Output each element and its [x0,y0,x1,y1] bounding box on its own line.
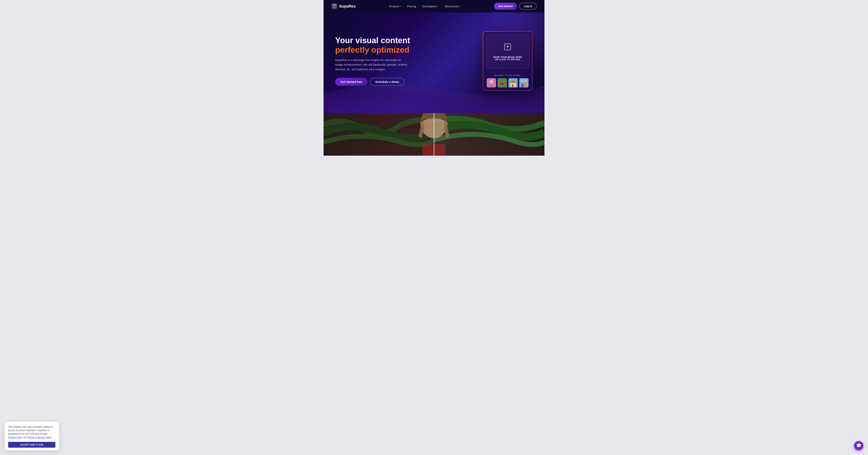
chevron-down-icon: ▾ [400,5,401,7]
nav-link-resources[interactable]: Resources ▾ [445,5,461,8]
svg-rect-10 [502,81,502,82]
accept-cookies-button[interactable]: ACCEPT AND CLOSE [8,442,55,448]
chevron-down-icon: ▾ [460,5,461,7]
svg-point-16 [521,80,523,82]
hero-section: Your visual content perfectly optimized … [323,12,545,113]
comparison-image [323,113,545,156]
nav-item-resources[interactable]: Resources ▾ [445,5,461,8]
upload-samples-label: No image? Try one of these: [486,74,529,76]
chat-button[interactable]: 💬 [854,441,863,450]
hero-schedule-demo-button[interactable]: Schedule a demo [370,78,405,86]
navbar: SupaRes Product ▾ Pricing Developers ▾ [323,0,545,12]
logo-link[interactable]: SupaRes [331,3,356,9]
svg-point-4 [490,80,493,83]
get-started-button[interactable]: Get started [494,3,517,10]
nav-links: Product ▾ Pricing Developers ▾ Resources… [389,5,461,8]
chevron-down-icon: ▾ [438,5,439,7]
svg-rect-15 [519,78,529,88]
nav-item-pricing[interactable]: Pricing [407,5,416,8]
sample-images [486,78,529,88]
nav-link-developers[interactable]: Developers ▾ [422,5,439,8]
terms-of-service-link[interactable]: Terms of Service [28,436,45,439]
upload-icon [503,42,512,53]
upload-samples: No image? Try one of these: [483,72,532,91]
hero-get-started-button[interactable]: Get started free [335,78,368,86]
hero-description: SupaRes is a blazingly fast engine for a… [335,58,409,72]
cookie-banner: This website uses only essential cookies… [5,422,59,450]
svg-point-17 [525,80,526,82]
svg-rect-14 [512,85,514,87]
below-fold-section [323,113,545,156]
svg-point-7 [500,82,504,84]
hero-content: Your visual content perfectly optimized … [335,36,428,86]
nav-actions: Get started Log in [494,3,537,10]
hero-buttons: Get started free Schedule a demo [335,78,428,86]
cookie-text: This website uses only essential cookies… [8,425,55,439]
svg-point-8 [501,82,502,83]
sample-image-1[interactable] [487,78,496,88]
upload-text: DROP YOUR IMAGE HERE OR CLICK TO UPLOAD [493,56,522,61]
logo-text: SupaRes [339,4,356,8]
privacy-policy-link[interactable]: Privacy Policy [8,436,23,439]
sample-image-2[interactable] [498,78,507,88]
sample-image-4[interactable] [519,78,529,88]
login-button[interactable]: Log in [519,3,537,10]
upload-widget[interactable]: DROP YOUR IMAGE HERE OR CLICK TO UPLOAD … [483,31,533,91]
nav-item-developers[interactable]: Developers ▾ [422,5,439,8]
nav-link-pricing[interactable]: Pricing [407,5,416,8]
svg-rect-21 [423,144,445,156]
sample-image-3[interactable] [508,78,518,88]
chat-icon: 💬 [856,443,861,448]
upload-drop-zone[interactable]: DROP YOUR IMAGE HERE OR CLICK TO UPLOAD [486,34,529,69]
nav-item-product[interactable]: Product ▾ [389,5,401,8]
nav-link-product[interactable]: Product ▾ [389,5,401,8]
hero-title: Your visual content perfectly optimized [335,36,428,55]
svg-point-9 [503,82,503,83]
